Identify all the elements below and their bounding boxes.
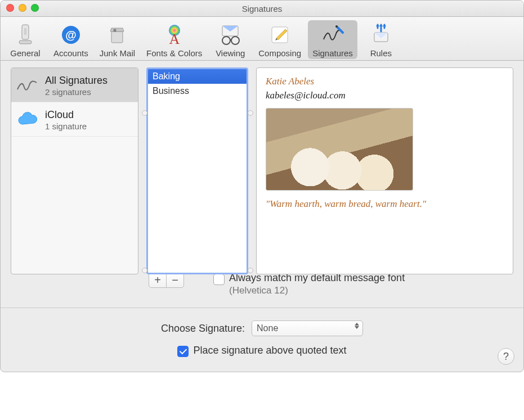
match-default-font-row: Always match my default message font (He… [213, 272, 405, 296]
preview-image [266, 108, 413, 191]
toolbar-junk-mail[interactable]: Junk Mail [95, 20, 140, 59]
choose-signature-select[interactable]: None [252, 320, 363, 336]
svg-rect-5 [111, 31, 123, 43]
signature-item[interactable]: Business [148, 84, 247, 98]
toolbar-label: General [10, 48, 40, 58]
svg-rect-2 [19, 40, 32, 44]
toolbar-viewing[interactable]: Viewing [209, 20, 252, 59]
accounts-icon: @ [59, 22, 83, 47]
help-button[interactable]: ? [498, 348, 514, 365]
preferences-window: Signatures General @ Accounts [0, 0, 524, 372]
place-above-checkbox[interactable] [177, 346, 189, 357]
rules-icon [369, 22, 393, 47]
signature-item[interactable]: Baking [148, 69, 247, 84]
close-window-button[interactable] [6, 4, 14, 12]
junk-mail-icon [105, 22, 129, 47]
choose-signature-value: None [257, 323, 278, 333]
signature-icon [16, 74, 39, 97]
svg-point-15 [335, 25, 338, 28]
toolbar-label: Composing [258, 48, 301, 58]
minimize-window-button[interactable] [19, 4, 26, 12]
columns: All Signatures 2 signatures iCloud 1 sig… [11, 67, 513, 274]
signature-controls: + − [149, 272, 184, 288]
icloud-icon [16, 108, 39, 132]
column-resize-handle[interactable] [142, 110, 147, 116]
choose-signature-label: Choose Signature: [161, 323, 245, 335]
composing-icon [267, 22, 292, 47]
toolbar-label: Fonts & Colors [146, 48, 202, 58]
choose-signature-row: Choose Signature: None [11, 320, 513, 336]
svg-point-12 [222, 37, 230, 44]
chevron-up-down-icon [355, 323, 359, 329]
toolbar-label: Rules [370, 48, 392, 58]
window-title: Signatures [242, 4, 283, 13]
toolbar-label: Accounts [53, 48, 88, 58]
general-icon [13, 22, 38, 47]
svg-marker-19 [376, 24, 379, 26]
account-titles: iCloud 1 signature [45, 109, 87, 131]
add-signature-button[interactable]: + [149, 272, 167, 288]
account-name: All Signatures [45, 75, 108, 87]
bottom-section: Choose Signature: None Place signature a… [1, 308, 523, 372]
viewing-icon [218, 22, 243, 47]
preferences-toolbar: General @ Accounts Junk Mail [1, 17, 523, 61]
account-subtitle: 2 signatures [45, 87, 108, 97]
toolbar-label: Junk Mail [100, 48, 135, 58]
place-above-row: Place signature above quoted text [11, 344, 513, 357]
svg-text:@: @ [65, 29, 77, 41]
toolbar-label: Signatures [312, 48, 353, 58]
account-item-icloud[interactable]: iCloud 1 signature [11, 102, 138, 137]
toolbar-label: Viewing [216, 48, 245, 58]
column-resize-handle[interactable] [248, 268, 253, 273]
account-subtitle: 1 signature [45, 121, 87, 131]
toolbar-general[interactable]: General [4, 20, 47, 59]
below-columns-row: + − Always match my default message font… [11, 272, 513, 296]
titlebar: Signatures [1, 1, 523, 17]
svg-point-13 [231, 37, 239, 44]
toolbar-signatures[interactable]: Signatures [308, 20, 357, 59]
match-default-font-checkbox[interactable] [213, 274, 225, 285]
place-above-label: Place signature above quoted text [193, 345, 346, 356]
signature-preview[interactable]: Katie Abeles kabeles@icloud.com "Warm he… [256, 67, 513, 274]
zoom-window-button[interactable] [31, 4, 39, 12]
svg-text:A: A [169, 31, 180, 46]
toolbar-rules[interactable]: Rules [360, 20, 402, 59]
remove-signature-button[interactable]: − [167, 272, 184, 288]
toolbar-fonts-colors[interactable]: A Fonts & Colors [142, 20, 207, 59]
match-default-font-detail: (Helvetica 12) [229, 285, 405, 296]
fonts-colors-icon: A [162, 22, 187, 47]
toolbar-composing[interactable]: Composing [254, 20, 306, 59]
account-titles: All Signatures 2 signatures [45, 75, 108, 97]
account-item-all-signatures[interactable]: All Signatures 2 signatures [11, 68, 138, 102]
column-resize-handle[interactable] [248, 110, 253, 116]
svg-rect-1 [24, 28, 26, 35]
signatures-icon [320, 22, 345, 47]
preview-email: kabeles@icloud.com [266, 89, 504, 103]
content-area: All Signatures 2 signatures iCloud 1 sig… [1, 61, 523, 308]
account-name: iCloud [45, 109, 87, 121]
column-resize-handle[interactable] [142, 268, 147, 273]
signatures-list: Baking Business [146, 67, 248, 274]
window-controls [6, 4, 39, 12]
preview-quote: "Warm hearth, warm bread, warm heart." [266, 197, 504, 211]
toolbar-accounts[interactable]: @ Accounts [49, 20, 93, 59]
svg-marker-18 [379, 24, 383, 26]
preview-display-name: Katie Abeles [266, 75, 504, 89]
svg-marker-20 [383, 24, 386, 26]
accounts-list: All Signatures 2 signatures iCloud 1 sig… [11, 67, 138, 274]
